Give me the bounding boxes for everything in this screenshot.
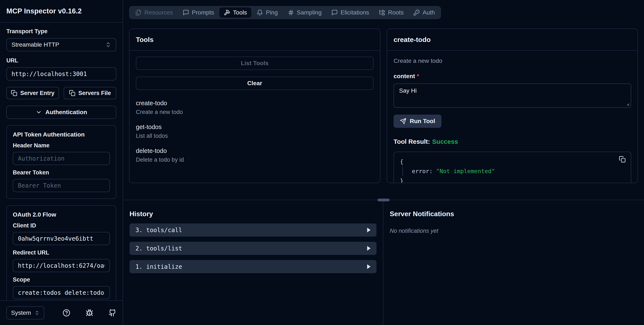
tool-result-line: Tool Result:Success — [394, 138, 631, 145]
sidebar: MCP Inspector v0.16.2 Transport Type Str… — [0, 0, 123, 325]
tool-name: delete-todo — [136, 148, 374, 154]
content-field-wrap: Say Hi — [394, 84, 631, 108]
copy-buttons-row: Server Entry Servers File — [6, 87, 116, 99]
json-key: error: — [412, 168, 433, 174]
client-id-label: Client ID — [13, 222, 110, 229]
github-icon — [108, 309, 116, 317]
files-icon — [135, 9, 142, 16]
run-tool-label: Run Tool — [410, 118, 435, 124]
history-item-label: 1. initialize — [136, 263, 182, 270]
tool-detail-description: Create a new todo — [394, 58, 631, 64]
top-panels: Tools List Tools Clear create-todo Creat… — [123, 19, 644, 183]
list-tools-button[interactable]: List Tools — [136, 57, 374, 70]
tab-sampling[interactable]: Sampling — [283, 8, 326, 18]
github-button[interactable] — [108, 309, 116, 317]
history-item-initialize[interactable]: 1. initialize — [130, 260, 376, 273]
history-title: History — [130, 210, 376, 218]
servers-file-button[interactable]: Servers File — [64, 87, 116, 99]
tool-detail-body: Create a new todo content* Say Hi — [387, 51, 638, 183]
transport-type-value: Streamable HTTP — [12, 41, 59, 48]
history-item-tools-call[interactable]: 3. tools/call — [130, 224, 376, 236]
tabbar-wrap: Resources Prompts Tools — [123, 0, 644, 19]
tool-result-status: Success — [432, 138, 458, 145]
expand-arrow-icon — [367, 264, 370, 269]
report-bug-button[interactable] — [86, 309, 93, 317]
tab-resources[interactable]: Resources — [131, 8, 178, 18]
content-field-textarea[interactable]: Say Hi — [394, 84, 631, 108]
tab-prompts[interactable]: Prompts — [178, 8, 218, 18]
expand-arrow-icon — [367, 246, 370, 251]
bug-icon — [86, 309, 93, 317]
scope-input[interactable] — [13, 286, 110, 299]
tab-ping[interactable]: Ping — [252, 8, 282, 18]
bell-icon — [256, 9, 263, 16]
transport-type-label: Transport Type — [6, 28, 116, 35]
transport-type-select[interactable]: Streamable HTTP — [6, 38, 116, 51]
tab-label: Tools — [233, 9, 247, 16]
sidebar-header: MCP Inspector v0.16.2 — [0, 0, 123, 22]
sidebar-footer: System — [0, 300, 123, 325]
tools-panel-body: List Tools Clear create-todo Create a ne… — [130, 51, 380, 183]
theme-select[interactable]: System — [6, 306, 44, 320]
api-token-title: API Token Authentication — [13, 131, 110, 138]
horizontal-split-divider — [123, 200, 644, 200]
client-id-input[interactable] — [13, 232, 110, 245]
tool-description: List all todos — [136, 133, 374, 139]
redirect-url-input[interactable] — [13, 259, 110, 272]
tool-result-json-viewer: { error: "Not implemented" } — [394, 152, 631, 183]
key-icon — [413, 9, 420, 16]
json-string-value: "Not implemented" — [436, 168, 495, 174]
sidebar-body: Transport Type Streamable HTTP URL Serve… — [0, 22, 123, 300]
clear-tools-button[interactable]: Clear — [136, 77, 374, 90]
chevrons-up-down-icon — [105, 42, 111, 48]
run-tool-button[interactable]: Run Tool — [394, 114, 442, 128]
history-panel: History 3. tools/call 2. tools/list 1. i… — [123, 200, 383, 325]
tab-tools[interactable]: Tools — [219, 8, 251, 18]
send-icon — [400, 118, 406, 124]
tool-list-item-delete-todo[interactable]: delete-todo Delete a todo by id — [136, 148, 374, 163]
json-close-brace: } — [400, 176, 625, 183]
help-button[interactable] — [62, 309, 70, 317]
tool-detail-title: create-todo — [387, 29, 638, 51]
authentication-toggle[interactable]: Authentication — [6, 106, 116, 119]
tab-auth[interactable]: Auth — [409, 8, 439, 18]
required-marker: * — [417, 73, 419, 80]
app-title: MCP Inspector v0.16.2 — [6, 7, 82, 15]
redirect-url-label: Redirect URL — [13, 250, 110, 256]
message-square-icon — [331, 9, 338, 16]
url-input[interactable] — [6, 67, 116, 80]
authentication-toggle-label: Authentication — [45, 109, 87, 116]
tab-label: Ping — [266, 9, 278, 16]
copy-icon — [619, 156, 626, 163]
tab-label: Auth — [422, 9, 435, 16]
oauth-title: OAuth 2.0 Flow — [13, 211, 110, 218]
tab-roots[interactable]: Roots — [374, 8, 408, 18]
footer-icons — [62, 309, 116, 317]
tool-list-item-get-todos[interactable]: get-todos List all todos — [136, 124, 374, 139]
tools-panel: Tools List Tools Clear create-todo Creat… — [129, 28, 380, 183]
copy-result-button[interactable] — [619, 156, 626, 163]
tab-elicitations[interactable]: Elicitations — [327, 8, 374, 18]
json-open-brace: { — [400, 157, 625, 166]
tab-bar: Resources Prompts Tools — [129, 6, 441, 19]
message-square-icon — [183, 9, 189, 16]
theme-select-value: System — [11, 310, 31, 316]
tab-label: Resources — [144, 9, 173, 16]
bearer-token-input[interactable] — [13, 179, 110, 192]
chevrons-up-down-icon — [34, 310, 40, 316]
tool-list-item-create-todo[interactable]: create-todo Create a new todo — [136, 100, 374, 116]
servers-file-label: Servers File — [78, 90, 111, 96]
oauth-card: OAuth 2.0 Flow Client ID Redirect URL Sc… — [6, 205, 116, 300]
split-drag-handle[interactable] — [378, 199, 390, 202]
content-field-label-text: content — [394, 73, 415, 80]
resize-grip-icon[interactable] — [625, 102, 630, 106]
json-children: error: "Not implemented" — [402, 166, 625, 176]
server-entry-button[interactable]: Server Entry — [6, 87, 59, 99]
header-name-input[interactable] — [13, 152, 110, 165]
history-item-tools-list[interactable]: 2. tools/list — [130, 242, 376, 255]
content-field-label: content* — [394, 73, 631, 80]
url-label: URL — [6, 57, 116, 64]
tool-name: get-todos — [136, 124, 374, 130]
copy-icon — [69, 90, 76, 96]
copy-icon — [11, 90, 17, 96]
